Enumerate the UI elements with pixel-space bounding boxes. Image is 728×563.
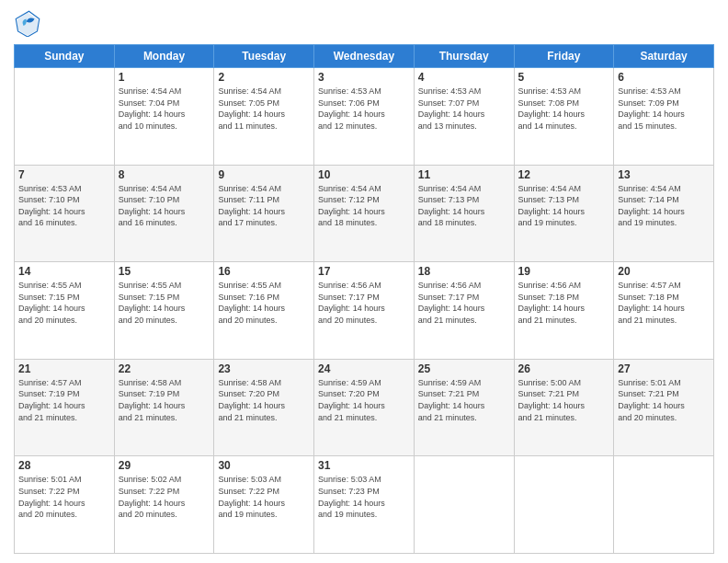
calendar-cell: 6Sunrise: 4:53 AMSunset: 7:09 PMDaylight… — [614, 68, 714, 166]
calendar-cell: 1Sunrise: 4:54 AMSunset: 7:04 PMDaylight… — [114, 68, 214, 166]
calendar-cell: 24Sunrise: 4:59 AMSunset: 7:20 PMDayligh… — [314, 359, 415, 456]
calendar-cell — [614, 456, 714, 554]
day-info: Sunrise: 4:54 AMSunset: 7:04 PMDaylight:… — [119, 86, 210, 132]
day-number: 17 — [318, 265, 410, 278]
day-number: 15 — [119, 265, 210, 278]
calendar-cell: 16Sunrise: 4:55 AMSunset: 7:16 PMDayligh… — [214, 262, 314, 360]
weekday-header-tuesday: Tuesday — [214, 45, 314, 68]
calendar-cell: 8Sunrise: 4:54 AMSunset: 7:10 PMDaylight… — [114, 165, 214, 262]
weekday-header-wednesday: Wednesday — [314, 45, 415, 68]
logo — [14, 9, 45, 37]
calendar-cell: 9Sunrise: 4:54 AMSunset: 7:11 PMDaylight… — [214, 165, 314, 262]
calendar-cell: 30Sunrise: 5:03 AMSunset: 7:22 PMDayligh… — [214, 456, 314, 554]
calendar-cell: 10Sunrise: 4:54 AMSunset: 7:12 PMDayligh… — [314, 165, 415, 262]
day-info: Sunrise: 4:53 AMSunset: 7:08 PMDaylight:… — [518, 86, 610, 132]
weekday-header-thursday: Thursday — [414, 45, 514, 68]
day-number: 24 — [318, 362, 410, 375]
calendar-cell: 18Sunrise: 4:56 AMSunset: 7:17 PMDayligh… — [414, 262, 514, 360]
day-number: 26 — [518, 362, 610, 375]
day-info: Sunrise: 5:01 AMSunset: 7:22 PMDaylight:… — [18, 474, 110, 520]
day-number: 21 — [18, 362, 110, 375]
day-info: Sunrise: 4:57 AMSunset: 7:19 PMDaylight:… — [18, 377, 110, 423]
day-info: Sunrise: 4:54 AMSunset: 7:11 PMDaylight:… — [218, 183, 310, 229]
calendar-cell: 22Sunrise: 4:58 AMSunset: 7:19 PMDayligh… — [114, 359, 214, 456]
weekday-header-row: SundayMondayTuesdayWednesdayThursdayFrid… — [15, 45, 714, 68]
day-info: Sunrise: 4:56 AMSunset: 7:17 PMDaylight:… — [318, 280, 410, 326]
calendar-cell: 12Sunrise: 4:54 AMSunset: 7:13 PMDayligh… — [514, 165, 614, 262]
day-info: Sunrise: 4:55 AMSunset: 7:16 PMDaylight:… — [218, 280, 310, 326]
day-number: 12 — [518, 168, 610, 181]
day-number: 14 — [18, 265, 110, 278]
day-info: Sunrise: 4:53 AMSunset: 7:09 PMDaylight:… — [618, 86, 710, 132]
calendar-cell: 21Sunrise: 4:57 AMSunset: 7:19 PMDayligh… — [15, 359, 115, 456]
day-info: Sunrise: 4:58 AMSunset: 7:19 PMDaylight:… — [119, 377, 210, 423]
day-info: Sunrise: 4:53 AMSunset: 7:07 PMDaylight:… — [418, 86, 510, 132]
header — [14, 9, 714, 37]
day-number: 13 — [618, 168, 710, 181]
day-info: Sunrise: 5:01 AMSunset: 7:21 PMDaylight:… — [618, 377, 710, 423]
day-info: Sunrise: 4:58 AMSunset: 7:20 PMDaylight:… — [218, 377, 310, 423]
day-number: 18 — [418, 265, 510, 278]
day-info: Sunrise: 5:03 AMSunset: 7:23 PMDaylight:… — [318, 474, 410, 520]
day-number: 9 — [218, 168, 310, 181]
day-number: 25 — [418, 362, 510, 375]
weekday-header-saturday: Saturday — [614, 45, 714, 68]
calendar-table: SundayMondayTuesdayWednesdayThursdayFrid… — [14, 44, 714, 554]
calendar-cell: 3Sunrise: 4:53 AMSunset: 7:06 PMDaylight… — [314, 68, 415, 166]
day-number: 10 — [318, 168, 410, 181]
day-info: Sunrise: 4:59 AMSunset: 7:20 PMDaylight:… — [318, 377, 410, 423]
day-number: 4 — [418, 71, 510, 84]
day-number: 1 — [119, 71, 210, 84]
calendar-week-row: 7Sunrise: 4:53 AMSunset: 7:10 PMDaylight… — [15, 165, 714, 262]
day-number: 22 — [119, 362, 210, 375]
day-info: Sunrise: 4:54 AMSunset: 7:10 PMDaylight:… — [119, 183, 210, 229]
calendar-week-row: 28Sunrise: 5:01 AMSunset: 7:22 PMDayligh… — [15, 456, 714, 554]
calendar-page: SundayMondayTuesdayWednesdayThursdayFrid… — [0, 0, 728, 563]
day-number: 20 — [618, 265, 710, 278]
calendar-cell: 29Sunrise: 5:02 AMSunset: 7:22 PMDayligh… — [114, 456, 214, 554]
day-number: 5 — [518, 71, 610, 84]
day-number: 31 — [318, 459, 410, 472]
day-info: Sunrise: 4:53 AMSunset: 7:10 PMDaylight:… — [18, 183, 110, 229]
calendar-week-row: 1Sunrise: 4:54 AMSunset: 7:04 PMDaylight… — [15, 68, 714, 166]
calendar-cell: 11Sunrise: 4:54 AMSunset: 7:13 PMDayligh… — [414, 165, 514, 262]
day-number: 11 — [418, 168, 510, 181]
calendar-cell: 23Sunrise: 4:58 AMSunset: 7:20 PMDayligh… — [214, 359, 314, 456]
day-info: Sunrise: 4:54 AMSunset: 7:14 PMDaylight:… — [618, 183, 710, 229]
day-number: 8 — [119, 168, 210, 181]
calendar-cell: 25Sunrise: 4:59 AMSunset: 7:21 PMDayligh… — [414, 359, 514, 456]
calendar-cell: 2Sunrise: 4:54 AMSunset: 7:05 PMDaylight… — [214, 68, 314, 166]
calendar-cell: 28Sunrise: 5:01 AMSunset: 7:22 PMDayligh… — [15, 456, 115, 554]
calendar-week-row: 14Sunrise: 4:55 AMSunset: 7:15 PMDayligh… — [15, 262, 714, 360]
calendar-cell — [15, 68, 115, 166]
calendar-cell: 14Sunrise: 4:55 AMSunset: 7:15 PMDayligh… — [15, 262, 115, 360]
calendar-cell — [514, 456, 614, 554]
calendar-cell: 31Sunrise: 5:03 AMSunset: 7:23 PMDayligh… — [314, 456, 415, 554]
day-number: 16 — [218, 265, 310, 278]
calendar-week-row: 21Sunrise: 4:57 AMSunset: 7:19 PMDayligh… — [15, 359, 714, 456]
weekday-header-monday: Monday — [114, 45, 214, 68]
calendar-cell: 4Sunrise: 4:53 AMSunset: 7:07 PMDaylight… — [414, 68, 514, 166]
day-info: Sunrise: 5:00 AMSunset: 7:21 PMDaylight:… — [518, 377, 610, 423]
day-number: 19 — [518, 265, 610, 278]
day-number: 2 — [218, 71, 310, 84]
calendar-cell: 27Sunrise: 5:01 AMSunset: 7:21 PMDayligh… — [614, 359, 714, 456]
calendar-cell: 5Sunrise: 4:53 AMSunset: 7:08 PMDaylight… — [514, 68, 614, 166]
calendar-cell: 7Sunrise: 4:53 AMSunset: 7:10 PMDaylight… — [15, 165, 115, 262]
day-number: 27 — [618, 362, 710, 375]
day-info: Sunrise: 5:03 AMSunset: 7:22 PMDaylight:… — [218, 474, 310, 520]
calendar-cell: 20Sunrise: 4:57 AMSunset: 7:18 PMDayligh… — [614, 262, 714, 360]
day-number: 6 — [618, 71, 710, 84]
day-info: Sunrise: 4:56 AMSunset: 7:18 PMDaylight:… — [518, 280, 610, 326]
day-info: Sunrise: 4:56 AMSunset: 7:17 PMDaylight:… — [418, 280, 510, 326]
weekday-header-sunday: Sunday — [15, 45, 115, 68]
day-info: Sunrise: 5:02 AMSunset: 7:22 PMDaylight:… — [119, 474, 210, 520]
day-info: Sunrise: 4:59 AMSunset: 7:21 PMDaylight:… — [418, 377, 510, 423]
calendar-cell: 17Sunrise: 4:56 AMSunset: 7:17 PMDayligh… — [314, 262, 415, 360]
day-info: Sunrise: 4:57 AMSunset: 7:18 PMDaylight:… — [618, 280, 710, 326]
day-info: Sunrise: 4:54 AMSunset: 7:13 PMDaylight:… — [518, 183, 610, 229]
calendar-cell: 13Sunrise: 4:54 AMSunset: 7:14 PMDayligh… — [614, 165, 714, 262]
logo-icon — [14, 9, 41, 37]
day-number: 7 — [18, 168, 110, 181]
day-number: 23 — [218, 362, 310, 375]
